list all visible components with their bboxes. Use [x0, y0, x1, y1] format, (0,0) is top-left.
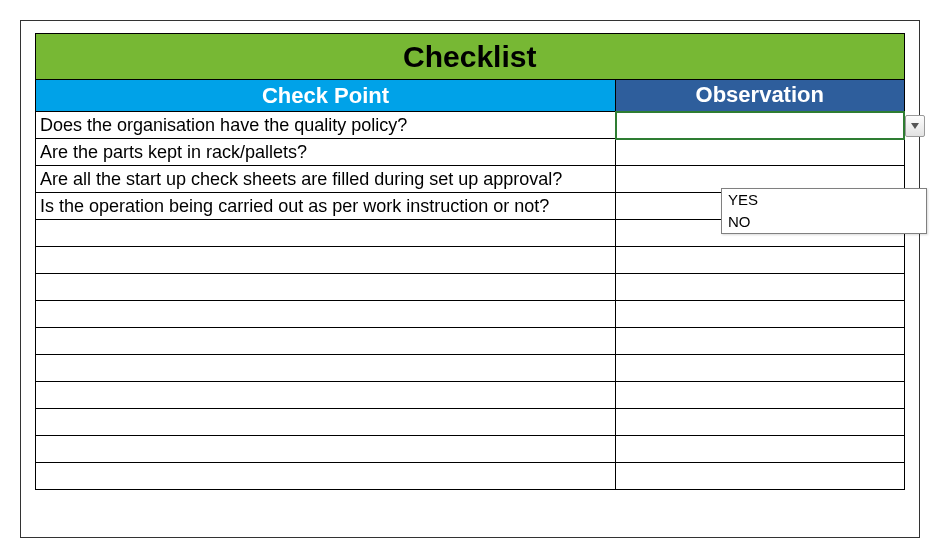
checkpoint-cell[interactable]	[36, 382, 616, 409]
table-row	[36, 436, 905, 463]
table-row	[36, 247, 905, 274]
table-row	[36, 409, 905, 436]
title-row: Checklist	[36, 34, 905, 80]
observation-cell[interactable]	[616, 139, 905, 166]
header-row: Check Point Observation	[36, 80, 905, 112]
checkpoint-cell[interactable]	[36, 355, 616, 382]
checkpoint-cell[interactable]: Does the organisation have the quality p…	[36, 112, 616, 139]
observation-cell[interactable]	[616, 328, 905, 355]
checkpoint-cell[interactable]	[36, 220, 616, 247]
svg-marker-0	[911, 123, 919, 129]
checkpoint-cell[interactable]: Is the operation being carried out as pe…	[36, 193, 616, 220]
checkpoint-cell[interactable]	[36, 301, 616, 328]
table-row: Are the parts kept in rack/pallets?	[36, 139, 905, 166]
table-row	[36, 274, 905, 301]
observation-cell[interactable]	[616, 301, 905, 328]
dropdown-list[interactable]: YES NO	[721, 188, 927, 234]
chevron-down-icon	[911, 123, 919, 129]
checkpoint-cell[interactable]	[36, 463, 616, 490]
table-row	[36, 355, 905, 382]
checkpoint-cell[interactable]	[36, 409, 616, 436]
table-row	[36, 463, 905, 490]
dropdown-button[interactable]	[905, 115, 925, 137]
observation-cell[interactable]	[616, 409, 905, 436]
checkpoint-cell[interactable]: Are the parts kept in rack/pallets?	[36, 139, 616, 166]
checkpoint-cell[interactable]	[36, 274, 616, 301]
observation-cell[interactable]	[616, 355, 905, 382]
header-observation: Observation	[616, 80, 905, 112]
table-row: Does the organisation have the quality p…	[36, 112, 905, 139]
observation-cell[interactable]	[616, 382, 905, 409]
observation-cell[interactable]	[616, 436, 905, 463]
table-row	[36, 328, 905, 355]
table-row	[36, 382, 905, 409]
spreadsheet-frame: Checklist Check Point Observation Does t…	[20, 20, 920, 538]
title-cell: Checklist	[36, 34, 905, 80]
checklist-table: Checklist Check Point Observation Does t…	[35, 33, 905, 490]
header-checkpoint: Check Point	[36, 80, 616, 112]
checkpoint-cell[interactable]: Are all the start up check sheets are fi…	[36, 166, 616, 193]
checkpoint-cell[interactable]	[36, 328, 616, 355]
table-row	[36, 301, 905, 328]
dropdown-option-no[interactable]: NO	[722, 211, 926, 233]
observation-cell[interactable]	[616, 274, 905, 301]
observation-cell[interactable]	[616, 112, 905, 139]
observation-cell[interactable]	[616, 463, 905, 490]
checkpoint-cell[interactable]	[36, 436, 616, 463]
dropdown-option-yes[interactable]: YES	[722, 189, 926, 211]
checkpoint-cell[interactable]	[36, 247, 616, 274]
observation-cell[interactable]	[616, 247, 905, 274]
